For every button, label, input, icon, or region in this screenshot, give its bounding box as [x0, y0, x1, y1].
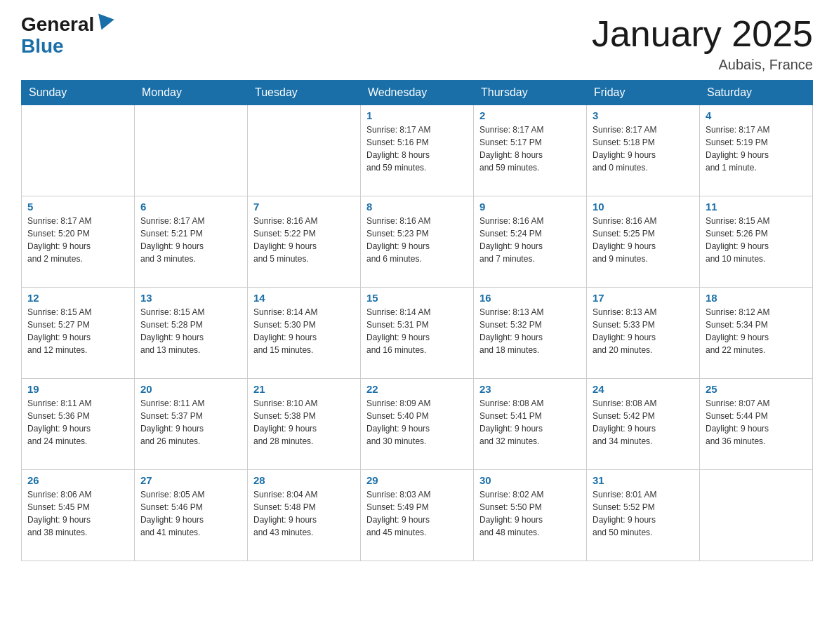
calendar-title: January 2025: [592, 14, 813, 54]
calendar-cell: 14Sunrise: 8:14 AM Sunset: 5:30 PM Dayli…: [248, 288, 361, 379]
week-row-2: 5Sunrise: 8:17 AM Sunset: 5:20 PM Daylig…: [22, 196, 813, 288]
day-number: 13: [140, 292, 241, 304]
calendar-cell: 23Sunrise: 8:08 AM Sunset: 5:41 PM Dayli…: [474, 379, 587, 470]
logo: General Blue: [21, 14, 112, 58]
weekday-header-friday: Friday: [587, 81, 700, 105]
day-number: 5: [27, 201, 128, 213]
day-info: Sunrise: 8:17 AM Sunset: 5:18 PM Dayligh…: [593, 123, 694, 174]
logo-triangle-icon: [94, 13, 114, 32]
day-number: 9: [479, 201, 581, 213]
calendar-cell: 22Sunrise: 8:09 AM Sunset: 5:40 PM Dayli…: [361, 379, 474, 470]
day-number: 11: [706, 201, 807, 213]
calendar-cell: 2Sunrise: 8:17 AM Sunset: 5:17 PM Daylig…: [474, 105, 587, 196]
day-info: Sunrise: 8:15 AM Sunset: 5:28 PM Dayligh…: [140, 306, 241, 356]
week-row-1: 1Sunrise: 8:17 AM Sunset: 5:16 PM Daylig…: [22, 105, 813, 196]
weekday-header-monday: Monday: [135, 81, 248, 105]
calendar-cell: 13Sunrise: 8:15 AM Sunset: 5:28 PM Dayli…: [135, 288, 248, 379]
day-number: 10: [593, 201, 694, 213]
day-number: 31: [593, 474, 694, 486]
calendar-cell: 12Sunrise: 8:15 AM Sunset: 5:27 PM Dayli…: [22, 288, 135, 379]
calendar-cell: [135, 105, 248, 196]
calendar-cell: 24Sunrise: 8:08 AM Sunset: 5:42 PM Dayli…: [587, 379, 700, 470]
calendar-table: SundayMondayTuesdayWednesdayThursdayFrid…: [21, 80, 813, 561]
day-number: 28: [253, 474, 355, 486]
calendar-cell: 9Sunrise: 8:16 AM Sunset: 5:24 PM Daylig…: [474, 196, 587, 288]
page-header: General Blue January 2025 Aubais, France: [21, 14, 813, 73]
day-number: 30: [479, 474, 581, 486]
calendar-cell: 18Sunrise: 8:12 AM Sunset: 5:34 PM Dayli…: [700, 288, 813, 379]
title-block: January 2025 Aubais, France: [592, 14, 813, 73]
day-info: Sunrise: 8:14 AM Sunset: 5:30 PM Dayligh…: [253, 306, 355, 356]
logo-blue-text: Blue: [21, 36, 112, 58]
day-number: 25: [706, 383, 807, 395]
day-number: 12: [27, 292, 128, 304]
calendar-cell: [22, 105, 135, 196]
day-info: Sunrise: 8:11 AM Sunset: 5:37 PM Dayligh…: [140, 397, 241, 448]
calendar-cell: 29Sunrise: 8:03 AM Sunset: 5:49 PM Dayli…: [361, 470, 474, 561]
calendar-cell: 15Sunrise: 8:14 AM Sunset: 5:31 PM Dayli…: [361, 288, 474, 379]
calendar-cell: [248, 105, 361, 196]
calendar-cell: 20Sunrise: 8:11 AM Sunset: 5:37 PM Dayli…: [135, 379, 248, 470]
day-info: Sunrise: 8:15 AM Sunset: 5:27 PM Dayligh…: [27, 306, 128, 356]
day-number: 27: [140, 474, 241, 486]
calendar-cell: 25Sunrise: 8:07 AM Sunset: 5:44 PM Dayli…: [700, 379, 813, 470]
calendar-cell: 17Sunrise: 8:13 AM Sunset: 5:33 PM Dayli…: [587, 288, 700, 379]
day-number: 7: [253, 201, 355, 213]
week-row-5: 26Sunrise: 8:06 AM Sunset: 5:45 PM Dayli…: [22, 470, 813, 561]
day-number: 3: [593, 109, 694, 121]
day-info: Sunrise: 8:16 AM Sunset: 5:23 PM Dayligh…: [366, 215, 468, 265]
weekday-header-thursday: Thursday: [474, 81, 587, 105]
day-info: Sunrise: 8:13 AM Sunset: 5:32 PM Dayligh…: [479, 306, 581, 356]
weekday-header-sunday: Sunday: [22, 81, 135, 105]
day-number: 18: [706, 292, 807, 304]
day-info: Sunrise: 8:04 AM Sunset: 5:48 PM Dayligh…: [253, 488, 355, 539]
day-number: 15: [366, 292, 468, 304]
day-number: 1: [366, 109, 468, 121]
weekday-header-tuesday: Tuesday: [248, 81, 361, 105]
day-info: Sunrise: 8:14 AM Sunset: 5:31 PM Dayligh…: [366, 306, 468, 356]
day-number: 24: [593, 383, 694, 395]
weekday-header-wednesday: Wednesday: [361, 81, 474, 105]
day-number: 20: [140, 383, 241, 395]
day-info: Sunrise: 8:15 AM Sunset: 5:26 PM Dayligh…: [706, 215, 807, 265]
calendar-cell: 27Sunrise: 8:05 AM Sunset: 5:46 PM Dayli…: [135, 470, 248, 561]
week-row-4: 19Sunrise: 8:11 AM Sunset: 5:36 PM Dayli…: [22, 379, 813, 470]
day-info: Sunrise: 8:17 AM Sunset: 5:16 PM Dayligh…: [366, 123, 468, 174]
calendar-cell: [700, 470, 813, 561]
day-info: Sunrise: 8:08 AM Sunset: 5:41 PM Dayligh…: [479, 397, 581, 448]
day-number: 16: [479, 292, 581, 304]
day-info: Sunrise: 8:01 AM Sunset: 5:52 PM Dayligh…: [593, 488, 694, 539]
day-info: Sunrise: 8:17 AM Sunset: 5:21 PM Dayligh…: [140, 215, 241, 265]
day-number: 2: [479, 109, 581, 121]
calendar-cell: 30Sunrise: 8:02 AM Sunset: 5:50 PM Dayli…: [474, 470, 587, 561]
day-info: Sunrise: 8:06 AM Sunset: 5:45 PM Dayligh…: [27, 488, 128, 539]
calendar-cell: 3Sunrise: 8:17 AM Sunset: 5:18 PM Daylig…: [587, 105, 700, 196]
calendar-cell: 19Sunrise: 8:11 AM Sunset: 5:36 PM Dayli…: [22, 379, 135, 470]
calendar-cell: 7Sunrise: 8:16 AM Sunset: 5:22 PM Daylig…: [248, 196, 361, 288]
day-info: Sunrise: 8:12 AM Sunset: 5:34 PM Dayligh…: [706, 306, 807, 356]
calendar-cell: 6Sunrise: 8:17 AM Sunset: 5:21 PM Daylig…: [135, 196, 248, 288]
calendar-location: Aubais, France: [592, 57, 813, 73]
day-info: Sunrise: 8:10 AM Sunset: 5:38 PM Dayligh…: [253, 397, 355, 448]
day-number: 8: [366, 201, 468, 213]
day-number: 17: [593, 292, 694, 304]
day-number: 29: [366, 474, 468, 486]
day-info: Sunrise: 8:16 AM Sunset: 5:24 PM Dayligh…: [479, 215, 581, 265]
day-number: 4: [706, 109, 807, 121]
calendar-cell: 31Sunrise: 8:01 AM Sunset: 5:52 PM Dayli…: [587, 470, 700, 561]
logo-general-text: General: [21, 14, 94, 36]
day-info: Sunrise: 8:03 AM Sunset: 5:49 PM Dayligh…: [366, 488, 468, 539]
day-info: Sunrise: 8:16 AM Sunset: 5:25 PM Dayligh…: [593, 215, 694, 265]
logo-text: General Blue: [21, 14, 112, 58]
week-row-3: 12Sunrise: 8:15 AM Sunset: 5:27 PM Dayli…: [22, 288, 813, 379]
day-number: 21: [253, 383, 355, 395]
calendar-cell: 1Sunrise: 8:17 AM Sunset: 5:16 PM Daylig…: [361, 105, 474, 196]
day-number: 23: [479, 383, 581, 395]
day-number: 6: [140, 201, 241, 213]
calendar-cell: 5Sunrise: 8:17 AM Sunset: 5:20 PM Daylig…: [22, 196, 135, 288]
day-info: Sunrise: 8:17 AM Sunset: 5:19 PM Dayligh…: [706, 123, 807, 174]
calendar-cell: 26Sunrise: 8:06 AM Sunset: 5:45 PM Dayli…: [22, 470, 135, 561]
day-info: Sunrise: 8:08 AM Sunset: 5:42 PM Dayligh…: [593, 397, 694, 448]
day-info: Sunrise: 8:09 AM Sunset: 5:40 PM Dayligh…: [366, 397, 468, 448]
logo-line1: General: [21, 14, 112, 36]
